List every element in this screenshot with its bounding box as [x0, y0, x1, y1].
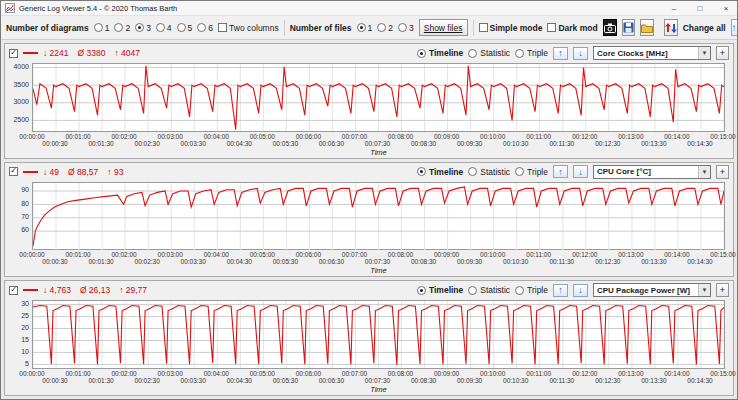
metric-up-button[interactable]: ↑ [553, 165, 568, 178]
series-stats: ↓ 49 Ø 88,57 ↑ 93 [43, 167, 123, 177]
stat-avg: Ø 3380 [78, 48, 106, 58]
diagrams-radio-4[interactable]: 4 [156, 23, 172, 33]
close-button[interactable]: × [715, 1, 737, 15]
x-tick-label: 00:09:00 [434, 133, 459, 140]
x-tick-label: 00:14:30 [687, 140, 712, 147]
x-tick-label: 00:08:00 [388, 251, 413, 258]
x-tick-label: 00:03:00 [158, 251, 183, 258]
plot-column: 00:00:0000:00:3000:01:0000:01:3000:02:00… [32, 300, 725, 394]
plot-area[interactable] [32, 182, 725, 251]
x-tick-label: 00:03:30 [181, 140, 206, 147]
view-timeline-radio[interactable]: Timeline [417, 48, 463, 58]
checkbox-icon [479, 23, 488, 32]
x-tick-label: 00:01:30 [88, 258, 113, 265]
x-tick-label: 00:10:30 [503, 377, 528, 384]
metric-down-button[interactable]: ↓ [573, 284, 588, 297]
swap-all-button[interactable] [664, 19, 678, 36]
y-tick-label: 90 [21, 186, 29, 193]
x-tick-label: 00:09:30 [457, 140, 482, 147]
radio-icon [468, 286, 477, 295]
series-visible-checkbox[interactable] [9, 167, 18, 176]
x-tick-label: 00:05:30 [273, 258, 298, 265]
checkbox-icon [218, 23, 227, 32]
files-radio-1[interactable]: 1 [357, 23, 373, 33]
files-radio-3[interactable]: 3 [398, 23, 414, 33]
diagrams-radio-1[interactable]: 1 [94, 23, 110, 33]
series-visible-checkbox[interactable] [9, 286, 18, 295]
chevron-down-icon: ▼ [698, 284, 710, 296]
view-triple-radio[interactable]: Triple [515, 285, 548, 295]
series-visible-checkbox[interactable] [9, 49, 18, 58]
x-tick-label: 00:11:00 [526, 133, 551, 140]
view-statistic-radio[interactable]: Statistic [468, 285, 510, 295]
x-tick-label: 00:09:30 [457, 258, 482, 265]
metric-dropdown[interactable]: CPU Core [°C]▼ [593, 165, 711, 179]
diagrams-radio-3[interactable]: 3 [135, 23, 151, 33]
files-radio-2[interactable]: 2 [377, 23, 393, 33]
x-axis-labels: 00:00:0000:00:3000:01:0000:01:3000:02:00… [32, 250, 725, 266]
chart-panel-core-clocks: ↓ 2241 Ø 3380 ↑ 4047 Timeline Statistic … [4, 43, 734, 159]
maximize-button[interactable]: □ [689, 1, 711, 15]
x-axis-labels: 00:00:0000:00:3000:01:0000:01:3000:02:00… [32, 132, 725, 148]
plot-area[interactable] [32, 300, 725, 369]
minimize-button[interactable]: – [663, 1, 685, 15]
change-all-label: Change all [683, 23, 726, 33]
chart-svg [33, 183, 724, 250]
x-tick-label: 00:01:00 [65, 370, 90, 377]
folder-icon [641, 23, 653, 33]
checkbox-icon [547, 23, 556, 32]
metric-dropdown[interactable]: Core Clocks [MHz]▼ [593, 46, 711, 60]
x-tick-label: 00:02:00 [111, 251, 136, 258]
view-triple-radio[interactable]: Triple [515, 48, 548, 58]
y-tick-label: 10 [21, 348, 29, 355]
x-tick-label: 00:01:30 [88, 377, 113, 384]
view-timeline-radio[interactable]: Timeline [417, 285, 463, 295]
diagrams-radio-5[interactable]: 5 [177, 23, 193, 33]
x-tick-label: 00:10:30 [503, 140, 528, 147]
view-statistic-radio[interactable]: Statistic [468, 48, 510, 58]
window-title: Generic Log Viewer 5.4 - © 2020 Thomas B… [19, 4, 659, 13]
plot-column: 00:00:0000:00:3000:01:0000:01:3000:02:00… [32, 182, 725, 276]
radio-icon [515, 286, 524, 295]
open-folder-button[interactable] [640, 19, 654, 36]
metric-up-button[interactable]: ↑ [553, 47, 568, 60]
x-tick-label: 00:11:00 [526, 251, 551, 258]
chart-panel-cpu-core-temp: ↓ 49 Ø 88,57 ↑ 93 Timeline Statistic Tri… [4, 162, 734, 278]
show-files-button[interactable]: Show files [419, 19, 468, 36]
add-metric-button[interactable]: + [716, 46, 729, 60]
y-tick-label: 3000 [13, 98, 29, 105]
plot-column: 00:00:0000:00:3000:01:0000:01:3000:02:00… [32, 63, 725, 157]
x-tick-label: 00:15:00 [710, 251, 735, 258]
x-tick-label: 00:13:00 [618, 251, 643, 258]
diagrams-radio-2[interactable]: 2 [114, 23, 130, 33]
x-tick-label: 00:08:30 [411, 377, 436, 384]
view-timeline-radio[interactable]: Timeline [417, 167, 463, 177]
simple-mode-checkbox[interactable]: Simple mode [479, 23, 543, 33]
save-icon [623, 22, 634, 33]
radio-icon [515, 167, 524, 176]
save-button[interactable] [622, 19, 635, 36]
radio-icon [197, 23, 206, 32]
metric-down-button[interactable]: ↓ [573, 47, 588, 60]
two-columns-checkbox[interactable]: Two columns [218, 23, 279, 33]
metric-up-button[interactable]: ↑ [553, 284, 568, 297]
metric-down-button[interactable]: ↓ [573, 165, 588, 178]
add-metric-button[interactable]: + [716, 283, 729, 297]
x-axis-title: Time [32, 385, 725, 394]
plot-area[interactable] [32, 63, 725, 132]
x-axis-title: Time [32, 266, 725, 275]
chevron-down-icon: ▼ [698, 47, 710, 59]
screenshot-button[interactable] [603, 19, 617, 36]
dark-mode-checkbox[interactable]: Dark mod [547, 23, 597, 33]
view-triple-radio[interactable]: Triple [515, 167, 548, 177]
add-metric-button[interactable]: + [716, 165, 729, 179]
series-color-swatch [23, 289, 38, 291]
diagrams-radio-6[interactable]: 6 [197, 23, 213, 33]
x-tick-label: 00:10:00 [480, 251, 505, 258]
metric-dropdown[interactable]: CPU Package Power [W]▼ [593, 283, 711, 297]
x-tick-label: 00:11:30 [549, 377, 574, 384]
view-statistic-radio[interactable]: Statistic [468, 167, 510, 177]
change-all-up-button[interactable]: ↑ [731, 19, 738, 36]
stat-avg: Ø 26,13 [80, 285, 110, 295]
x-tick-label: 00:14:30 [687, 258, 712, 265]
